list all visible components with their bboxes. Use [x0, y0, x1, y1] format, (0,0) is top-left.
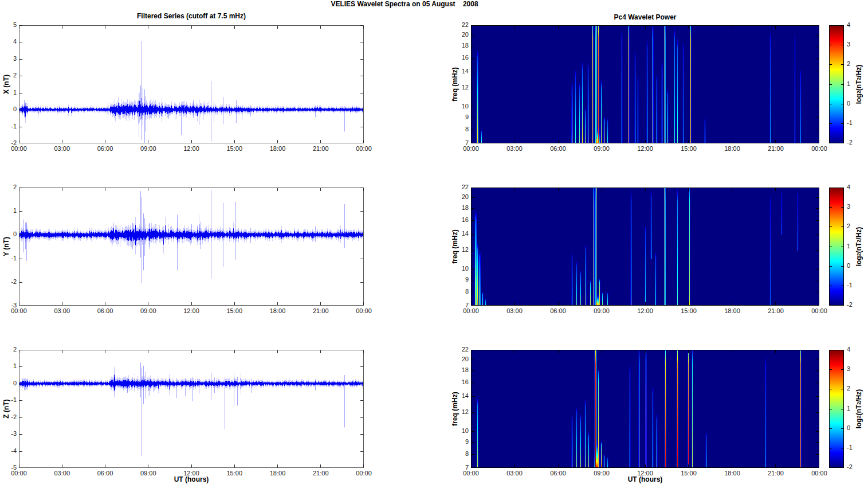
x-ticklabel-left: 18:00	[265, 470, 290, 477]
z-wavelet-ytick: 9	[449, 438, 469, 445]
y-series-ytick: -2	[0, 278, 17, 285]
x-ticklabel-right: 21:00	[763, 470, 788, 477]
x-ticklabel-right: 00:00	[807, 145, 832, 152]
z-series-ytick: -2	[0, 413, 17, 420]
x-ticklabel-left: 00:00	[351, 307, 376, 314]
colorbar-tick: 1	[847, 243, 866, 249]
x-series-ytick: 3	[0, 55, 17, 62]
y-wavelet-plot	[471, 188, 819, 306]
x-ticklabel-right: 18:00	[720, 307, 745, 314]
x-ticklabel-left: 03:00	[49, 470, 74, 477]
z-wavelet-ytick: 18	[449, 366, 469, 373]
x-ticklabel-left: 03:00	[49, 145, 74, 152]
x-ticklabel-left: 06:00	[93, 470, 118, 477]
colorbar-tick: 3	[847, 203, 866, 210]
x-ticklabel-right: 12:00	[633, 307, 658, 314]
x-ticklabel-right: 03:00	[502, 470, 527, 477]
y-wavelet-ytick: 14	[449, 230, 469, 237]
x-ticklabel-left: 09:00	[136, 145, 161, 152]
colorbar-tick: 4	[847, 346, 866, 353]
y-series-ytick: 0	[0, 231, 17, 237]
z-series-ytick: 1	[0, 362, 17, 369]
x-wavelet-ytick: 20	[449, 31, 469, 38]
x-series-ytick: 2	[0, 72, 17, 79]
colorbar-tick: -1	[847, 444, 866, 451]
z-series-ytick: 0	[0, 380, 17, 387]
colorbar-tick: -1	[847, 119, 866, 126]
x-wavelet-ytick: 14	[449, 68, 469, 75]
x-ticklabel-left: 06:00	[93, 145, 118, 152]
colorbar-tick: 3	[847, 41, 866, 48]
colorbar-tick: 2	[847, 60, 866, 67]
x-ticklabel-left: 15:00	[222, 307, 247, 314]
x-ticklabel-right: 15:00	[676, 470, 701, 477]
colorbar-tick: 4	[847, 21, 866, 28]
x-wavelet-ytick: 8	[449, 126, 469, 132]
y-wavelet-ytick: 12	[449, 246, 469, 253]
colorbar-tick: -1	[847, 282, 866, 288]
x-ticklabel-left: 06:00	[93, 307, 118, 314]
colorbar-tick: 3	[847, 365, 866, 372]
colorbar-tick: 2	[847, 385, 866, 392]
x-ticklabel-right: 06:00	[545, 145, 571, 152]
z-wavelet-ytick: 8	[449, 450, 469, 457]
z-wavelet-ytick: 12	[449, 408, 469, 415]
x-series-ytick: 4	[0, 38, 17, 45]
colorbar-2	[829, 188, 844, 306]
z-wavelet-ytick: 14	[449, 392, 469, 399]
right-column-title: Pc4 Wavelet Power	[525, 13, 765, 21]
colorbar-tick: -2	[847, 463, 866, 470]
colorbar-unit-sub: 2	[856, 91, 862, 93]
x-wavelet-ytick: 10	[449, 103, 469, 110]
x-ticklabel-right: 00:00	[458, 145, 484, 152]
x-ticklabel-right: 15:00	[676, 145, 701, 152]
x-ticklabel-left: 12:00	[179, 470, 204, 477]
y-wavelet-ytick: 18	[449, 204, 469, 211]
colorbar-tick: -2	[847, 301, 866, 308]
x-ticklabel-left: 21:00	[308, 145, 333, 152]
x-ticklabel-right: 00:00	[458, 307, 484, 314]
x-series-ytick: -1	[0, 123, 17, 130]
y-wavelet-ytick: 9	[449, 276, 469, 283]
y-wavelet-ytick: 16	[449, 216, 469, 223]
z-series-ytick: 2	[0, 346, 17, 353]
x-ticklabel-right: 03:00	[502, 145, 527, 152]
z-series-ytick: -1	[0, 396, 17, 403]
z-series-ytick: -4	[0, 447, 17, 454]
x-ticklabel-left: 00:00	[6, 470, 32, 477]
x-ticklabel-right: 21:00	[763, 307, 788, 314]
x-series-ytick: 1	[0, 89, 17, 96]
x-ticklabel-right: 12:00	[633, 470, 658, 477]
x-ticklabel-left: 18:00	[265, 145, 290, 152]
colorbar-unit-sub: 2	[856, 253, 862, 256]
x-ticklabel-left: 15:00	[222, 470, 247, 477]
colorbar-tick: 1	[847, 405, 866, 412]
x-ticklabel-left: 03:00	[49, 307, 74, 314]
z-series-plot	[19, 350, 364, 468]
figure-title: VELIES Wavelet Spectra on 05 August 2008	[3, 0, 806, 8]
x-axis-label-left: UT (hours)	[146, 475, 237, 483]
x-ticklabel-right: 00:00	[807, 307, 832, 314]
x-ticklabel-right: 15:00	[676, 307, 701, 314]
x-ticklabel-right: 09:00	[589, 470, 614, 477]
z-wavelet-ytick: 10	[449, 427, 469, 434]
y-wavelet-ytick: 20	[449, 193, 469, 200]
left-column-title: Filtered Series (cutoff at 7.5 mHz)	[71, 12, 312, 20]
y-series-ytick: 2	[0, 184, 17, 190]
x-ticklabel-right: 21:00	[763, 145, 788, 152]
x-ticklabel-left: 09:00	[136, 307, 161, 314]
y-series-ytick: -1	[0, 255, 17, 261]
x-ticklabel-right: 18:00	[720, 470, 745, 477]
colorbar-unit-sub: 2	[856, 415, 862, 418]
colorbar-tick: 0	[847, 424, 866, 431]
x-ticklabel-left: 15:00	[222, 145, 247, 152]
x-ticklabel-left: 21:00	[308, 470, 333, 477]
x-ticklabel-left: 21:00	[308, 307, 333, 314]
x-ticklabel-right: 03:00	[502, 307, 527, 314]
x-series-ytick: 5	[0, 21, 17, 28]
colorbar-tick: 0	[847, 100, 866, 107]
x-ticklabel-right: 12:00	[633, 145, 658, 152]
x-ticklabel-right: 00:00	[807, 470, 832, 477]
x-ticklabel-right: 06:00	[545, 470, 571, 477]
z-series-ytick: -3	[0, 430, 17, 437]
